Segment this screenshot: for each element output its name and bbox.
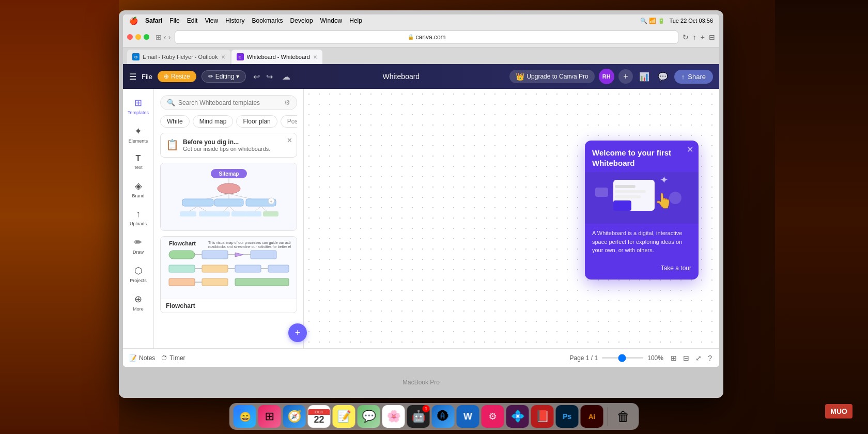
timer-button[interactable]: ⏱ Timer — [161, 354, 185, 362]
share-button[interactable]: ↑ Share — [674, 70, 713, 84]
sidebar-item-projects[interactable]: ⬡ Projects — [125, 261, 152, 287]
search-settings-icon[interactable]: ⚙ — [284, 99, 290, 106]
sitemap-svg: Sitemap — [172, 166, 286, 228]
menubar-view[interactable]: View — [205, 17, 218, 24]
forward-button[interactable]: › — [168, 33, 171, 41]
comments-button[interactable]: 💬 — [656, 70, 670, 84]
dock-slack[interactable]: 💠 — [506, 405, 529, 428]
cloud-save-button[interactable]: ☁ — [280, 70, 292, 84]
menubar-safari[interactable]: Safari — [145, 17, 162, 24]
address-bar[interactable]: 🔒 canva.com — [175, 30, 678, 44]
svg-rect-47 — [615, 185, 636, 188]
dock-finder[interactable]: 😄 — [234, 405, 256, 428]
maximize-window-button[interactable] — [144, 34, 149, 40]
filter-floorplan[interactable]: Floor plan — [236, 115, 277, 128]
dock-acrobat[interactable]: 📕 — [531, 405, 554, 428]
notice-close-button[interactable]: ✕ — [287, 136, 292, 144]
dock-safari[interactable]: 🧭 — [283, 405, 306, 428]
header-center: Whiteboard — [297, 72, 505, 81]
take-tour-button[interactable]: Take a tour — [661, 265, 691, 272]
canvas-area[interactable]: Welcome to your first Whiteboard ✕ — [304, 89, 719, 348]
editing-button[interactable]: ✏ Editing ▾ — [202, 70, 246, 83]
menubar-history[interactable]: History — [225, 17, 244, 24]
zoom-slider[interactable] — [602, 357, 643, 359]
close-window-button[interactable] — [127, 34, 133, 40]
apple-logo-icon[interactable]: 🍎 — [129, 17, 138, 25]
template-sitemap[interactable]: Sitemap — [160, 163, 297, 231]
search-box[interactable]: 🔍 ⚙ — [160, 95, 297, 110]
sidebar-item-draw[interactable]: ✏ Draw — [125, 233, 152, 259]
file-menu-button[interactable]: File — [142, 73, 152, 81]
tab-overview-button[interactable]: ⊟ — [709, 33, 715, 41]
flowchart-svg: Flowchart This visual map of our process… — [167, 239, 291, 296]
dock-chatgpt[interactable]: 🤖 1 — [407, 405, 430, 428]
plus-circle-button[interactable]: + — [288, 323, 307, 342]
menubar-file[interactable]: File — [169, 17, 179, 24]
notes-button[interactable]: 📝 Notes — [129, 354, 155, 362]
dock-appstore[interactable]: 🅐 — [432, 405, 455, 428]
share-browser-button[interactable]: ↑ — [693, 33, 696, 41]
sidebar-brand-label: Brand — [132, 193, 144, 198]
menubar-bookmarks[interactable]: Bookmarks — [252, 17, 283, 24]
hamburger-button[interactable]: ☰ — [129, 72, 136, 82]
tab-outlook-close[interactable]: ✕ — [221, 54, 225, 60]
upgrade-button[interactable]: 👑 Upgrade to Canva Pro — [509, 70, 594, 83]
flowchart-preview: Flowchart This visual map of our process… — [161, 237, 297, 299]
filter-white[interactable]: White — [160, 115, 190, 128]
menubar-edit[interactable]: Edit — [187, 17, 198, 24]
dock: 😄 ⊞ 🧭 OCT 22 📝 💬 🌸 🤖 1 🅐 W ⚙ 💠 📕 Ps Ai — [229, 403, 639, 430]
dock-codux[interactable]: ⚙ — [482, 405, 504, 428]
sidebar-item-more[interactable]: ⊕ More — [125, 289, 152, 316]
share-icon: ↑ — [681, 73, 685, 81]
dock-trash[interactable]: 🗑 — [612, 405, 635, 428]
sidebar-item-text[interactable]: T Text — [125, 150, 152, 174]
grid-view-button[interactable]: ⊞ — [670, 353, 678, 363]
user-avatar[interactable]: RH — [599, 69, 614, 84]
add-people-button[interactable]: + — [618, 69, 633, 84]
svg-rect-48 — [615, 190, 646, 193]
sidebar-toggle-button[interactable]: ⊞ — [156, 33, 162, 41]
analytics-button[interactable]: 📊 — [637, 70, 652, 84]
filter-more[interactable]: Poster › — [281, 115, 297, 128]
dock-messages[interactable]: 💬 — [358, 405, 380, 428]
dock-notes[interactable]: 📝 — [333, 405, 355, 428]
back-button[interactable]: ‹ — [164, 33, 166, 41]
template-flowchart[interactable]: Flowchart This visual map of our process… — [160, 236, 297, 313]
tab-outlook[interactable]: O Email - Ruby Helyer - Outlook ✕ — [127, 50, 230, 64]
new-tab-button[interactable]: + — [701, 33, 705, 41]
macbook-label: MacBook Pro — [402, 379, 440, 386]
browser-window: ⊞ ‹ › 🔒 canva.com ↻ ↑ + ⊟ O — [123, 27, 719, 367]
menubar-icons: 🔍 📶 🔋 — [640, 18, 665, 24]
resize-icon: ⊕ — [164, 73, 169, 80]
dock-illustrator[interactable]: Ai — [581, 405, 603, 428]
sidebar-item-uploads[interactable]: ↑ Uploads — [125, 205, 152, 230]
tab-canva[interactable]: C Whiteboard - Whiteboard ✕ — [231, 50, 322, 64]
sidebar-item-brand[interactable]: ◈ Brand — [125, 176, 152, 203]
header-right: 👑 Upgrade to Canva Pro RH + 📊 💬 ↑ Share — [509, 69, 713, 84]
dock-photos[interactable]: 🌸 — [382, 405, 405, 428]
fit-view-button[interactable]: ⊟ — [682, 353, 690, 363]
redo-button[interactable]: ↪ — [264, 70, 275, 84]
fullscreen-button[interactable]: ⤢ — [694, 353, 703, 363]
svg-text:Sitemap: Sitemap — [219, 171, 239, 177]
svg-rect-38 — [235, 265, 261, 272]
dock-word[interactable]: W — [457, 405, 479, 428]
sidebar-item-templates[interactable]: ⊞ Templates — [125, 93, 152, 119]
dock-calendar[interactable]: OCT 22 — [308, 405, 331, 428]
reload-button[interactable]: ↻ — [683, 33, 689, 41]
welcome-card-close-button[interactable]: ✕ — [687, 145, 693, 154]
undo-button[interactable]: ↩ — [251, 70, 262, 84]
menubar-help[interactable]: Help — [349, 17, 362, 24]
minimize-window-button[interactable] — [135, 34, 141, 40]
filter-mindmap[interactable]: Mind map — [193, 115, 234, 128]
resize-button[interactable]: ⊕ Resize — [158, 71, 196, 82]
dock-launchpad[interactable]: ⊞ — [258, 405, 281, 428]
search-input[interactable] — [178, 99, 281, 106]
tab-canva-close[interactable]: ✕ — [313, 54, 317, 60]
sidebar-item-elements[interactable]: ✦ Elements — [125, 121, 152, 148]
help-button[interactable]: ? — [707, 353, 713, 363]
menubar-window[interactable]: Window — [320, 17, 343, 24]
menubar-develop[interactable]: Develop — [290, 17, 313, 24]
dock-photoshop[interactable]: Ps — [556, 405, 579, 428]
more-icon: ⊕ — [134, 293, 142, 305]
